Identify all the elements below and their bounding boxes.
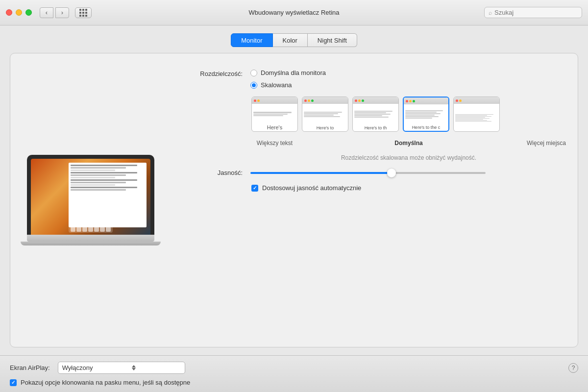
airplay-label: Ekran AirPlay: bbox=[10, 364, 50, 371]
tab-nightshift[interactable]: Night Shift bbox=[308, 33, 357, 47]
auto-brightness-label: Dostosowuj jasność automatycznie bbox=[262, 184, 361, 192]
resolution-options: Domyślna dla monitora Skalowana bbox=[250, 69, 326, 89]
thumb-content-5 bbox=[454, 104, 499, 131]
auto-brightness-row[interactable]: ✓ Dostosowuj jasność automatycznie bbox=[251, 184, 566, 192]
thumb-titlebar-5 bbox=[454, 97, 499, 104]
scale-label-middle: Domyślna bbox=[298, 140, 519, 147]
scale-label-right: Więcej miejsca bbox=[519, 140, 566, 147]
airplay-select-text: Wyłączony bbox=[62, 364, 93, 371]
nav-buttons: ‹ › bbox=[40, 7, 69, 18]
forward-button[interactable]: › bbox=[55, 7, 69, 18]
radio-scaled[interactable] bbox=[250, 82, 257, 89]
thumb-titlebar-3 bbox=[353, 97, 398, 104]
auto-brightness-checkbox[interactable]: ✓ bbox=[251, 185, 258, 192]
bottom-row2[interactable]: ✓ Pokazuj opcje klonowania na pasku menu… bbox=[10, 379, 578, 386]
res-thumb-1[interactable]: Here's bbox=[251, 97, 298, 132]
tab-monitor[interactable]: Monitor bbox=[231, 33, 272, 47]
res-thumb-4[interactable]: Here's to the c bbox=[403, 97, 449, 132]
thumb-titlebar-2 bbox=[302, 97, 348, 104]
thumb-content-3 bbox=[353, 104, 398, 124]
resolution-scaled-label: Skalowana bbox=[261, 81, 292, 89]
thumb-label-1: Here's bbox=[252, 123, 297, 131]
airplay-chevron-icon bbox=[132, 365, 136, 370]
resolution-label: Rozdzielczość: bbox=[179, 69, 243, 77]
scale-label-left: Większy tekst bbox=[251, 140, 298, 147]
tab-kolor[interactable]: Kolor bbox=[273, 33, 308, 47]
settings-right: Rozdzielczość: Domyślna dla monitora Ska… bbox=[179, 65, 566, 335]
thumb-content-1 bbox=[252, 104, 297, 123]
scale-warning: Rozdzielczość skalowana może obniżyć wyd… bbox=[251, 154, 566, 161]
airplay-select[interactable]: Wyłączony bbox=[58, 362, 185, 374]
macbook-preview bbox=[22, 65, 159, 335]
macbook-screen-content bbox=[69, 163, 147, 227]
macbook-dock bbox=[69, 226, 113, 233]
scale-labels: Większy tekst Domyślna Więcej miejsca bbox=[251, 140, 566, 147]
slider-thumb[interactable] bbox=[387, 169, 396, 177]
grid-icon bbox=[79, 9, 87, 17]
search-bar[interactable]: ⌕ bbox=[484, 7, 582, 18]
thumb-content-4 bbox=[404, 104, 448, 124]
resolution-default-option[interactable]: Domyślna dla monitora bbox=[250, 69, 326, 76]
close-button[interactable] bbox=[6, 9, 12, 16]
bottom-bar: Ekran AirPlay: Wyłączony ? ✓ Pokazuj opc… bbox=[0, 355, 588, 392]
bottom-row1: Ekran AirPlay: Wyłączony ? bbox=[10, 362, 578, 374]
titlebar: ‹ › Wbudowany wyświetlacz Retina ⌕ bbox=[0, 0, 588, 25]
minimize-button[interactable] bbox=[16, 9, 22, 16]
res-thumb-3[interactable]: Here's to th bbox=[352, 97, 399, 132]
search-icon: ⌕ bbox=[489, 9, 492, 16]
macbook-screen-outer bbox=[27, 155, 154, 235]
thumb-titlebar-4 bbox=[404, 98, 448, 104]
macbook-wrapper bbox=[27, 155, 154, 245]
resolution-thumbnails: Here's Here's to bbox=[251, 97, 566, 132]
thumb-content-2 bbox=[302, 104, 348, 124]
res-thumb-5[interactable] bbox=[453, 97, 500, 132]
resolution-default-label: Domyślna dla monitora bbox=[261, 69, 326, 76]
window-title: Wbudowany wyświetlacz Retina bbox=[249, 9, 340, 16]
mirror-checkbox-label: Pokazuj opcje klonowania na pasku menu, … bbox=[21, 379, 190, 386]
back-button[interactable]: ‹ bbox=[40, 7, 53, 18]
main-content: Monitor Kolor Night Shift bbox=[0, 25, 588, 355]
macbook-base bbox=[27, 235, 154, 242]
radio-default[interactable] bbox=[250, 70, 257, 76]
mirror-checkbox[interactable]: ✓ bbox=[10, 379, 17, 386]
brightness-label: Jasność: bbox=[179, 169, 243, 176]
chevron-up-icon bbox=[132, 365, 136, 368]
mirror-checkmark-icon: ✓ bbox=[11, 380, 15, 385]
help-button[interactable]: ? bbox=[568, 363, 578, 373]
macbook-wallpaper bbox=[31, 159, 150, 235]
resolution-scaled-option[interactable]: Skalowana bbox=[250, 81, 326, 89]
brightness-row: Jasność: bbox=[179, 169, 566, 176]
brightness-slider[interactable] bbox=[250, 172, 486, 174]
macbook-screen bbox=[31, 159, 150, 235]
thumb-label-4: Here's to the c bbox=[404, 124, 448, 131]
thumb-titlebar-1 bbox=[252, 97, 297, 104]
thumb-label-3: Here's to th bbox=[353, 124, 398, 131]
content-panel: Rozdzielczość: Domyślna dla monitora Ska… bbox=[10, 53, 578, 347]
search-input[interactable] bbox=[494, 9, 578, 16]
traffic-lights bbox=[6, 9, 32, 16]
checkmark-icon: ✓ bbox=[253, 186, 257, 191]
macbook-bottom bbox=[21, 242, 161, 245]
resolution-row: Rozdzielczość: Domyślna dla monitora Ska… bbox=[179, 69, 566, 89]
chevron-down-icon bbox=[132, 368, 136, 370]
res-thumb-2[interactable]: Here's to bbox=[302, 97, 348, 132]
bottom-full: Ekran AirPlay: Wyłączony ? ✓ Pokazuj opc… bbox=[10, 362, 578, 386]
radio-dot bbox=[252, 83, 256, 87]
thumb-label-2: Here's to bbox=[302, 124, 348, 131]
maximize-button[interactable] bbox=[25, 9, 32, 16]
grid-view-button[interactable] bbox=[75, 7, 92, 18]
tabs-container: Monitor Kolor Night Shift bbox=[10, 33, 578, 47]
